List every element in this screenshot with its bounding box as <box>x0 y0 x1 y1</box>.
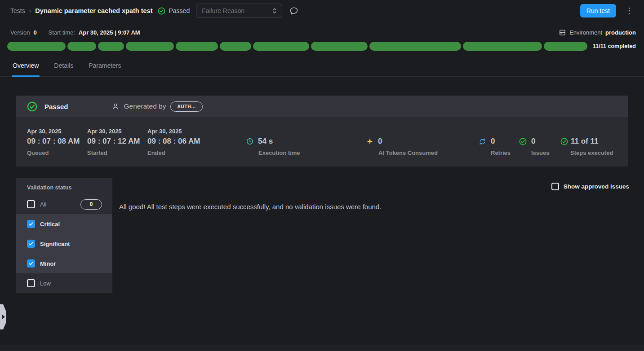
kebab-menu-icon[interactable]: ⋮ <box>622 4 636 18</box>
version-label: Version <box>10 29 30 36</box>
run-test-button[interactable]: Run test <box>580 4 616 18</box>
checkbox-all[interactable] <box>27 200 35 208</box>
meta-row: Version 0 Start time: Apr 30, 2025 | 9:0… <box>10 27 636 37</box>
refresh-icon <box>479 138 486 145</box>
version-value: 0 <box>33 29 36 36</box>
status-badge: Passed <box>158 7 190 15</box>
execution-time-value: 54 s <box>258 137 273 146</box>
checkbox-low[interactable] <box>27 279 35 287</box>
filter-label-low: Low <box>40 280 51 287</box>
progress-row: 11/11 completed <box>7 41 636 51</box>
started-time: 09 : 07 : 12 AM <box>87 137 140 146</box>
queued-label: Queued <box>27 149 80 156</box>
issues-metric: 0 Issues <box>519 137 549 156</box>
validation-status-panel: Validation status All 0 Critical Signifi… <box>16 178 112 293</box>
tab-parameters[interactable]: Parameters <box>88 62 122 77</box>
all-good-message: All good! All test steps were executed s… <box>119 203 381 211</box>
ai-tokens-label: AI Tokens Consumed <box>378 149 438 156</box>
filter-row-low[interactable]: Low <box>16 273 112 293</box>
generated-by-group: Generated by AUTH... <box>111 101 203 112</box>
test-result-page: Tests › Dynamic parameter cached xpath t… <box>0 0 644 351</box>
top-bar: Tests › Dynamic parameter cached xpath t… <box>0 0 644 22</box>
select-updown-icon <box>272 7 277 14</box>
checkbox-show-approved[interactable] <box>551 183 559 190</box>
steps-executed-value: 11 of 11 <box>571 137 598 146</box>
started-time-group: Apr 30, 2025 09 : 07 : 12 AM Started <box>87 128 140 156</box>
issues-label: Issues <box>531 149 549 156</box>
ended-date: Apr 30, 2025 <box>147 128 200 135</box>
page-title: Dynamic parameter cached xpath test <box>35 7 152 14</box>
show-approved-group: Show approved issues <box>551 183 629 190</box>
ai-tokens-value: 0 <box>378 137 382 146</box>
filter-label-minor: Minor <box>40 260 56 267</box>
issues-value: 0 <box>531 137 535 146</box>
environment-label: Environment <box>569 29 602 36</box>
started-label: Started <box>87 149 140 156</box>
bottom-status-strip <box>0 346 644 351</box>
breadcrumb-separator: › <box>29 7 31 14</box>
checkbox-critical[interactable] <box>27 220 35 228</box>
run-summary-stats: Apr 30, 2025 09 : 07 : 08 AM Queued Apr … <box>16 117 628 167</box>
queued-time: 09 : 07 : 08 AM <box>27 137 80 146</box>
progress-segment <box>67 42 96 51</box>
check-circle-icon <box>519 138 527 145</box>
passed-check-icon <box>158 7 165 15</box>
filter-row-all[interactable]: All 0 <box>16 194 112 214</box>
breadcrumb-tests-link[interactable]: Tests <box>10 7 25 14</box>
filter-label-critical: Critical <box>40 221 60 228</box>
tab-details[interactable]: Details <box>53 62 74 77</box>
person-icon <box>111 102 120 110</box>
progress-segment <box>253 42 309 51</box>
filter-row-significant[interactable]: Significant <box>16 234 112 254</box>
tab-overview[interactable]: Overview <box>12 62 40 77</box>
checkbox-minor[interactable] <box>27 259 35 268</box>
generated-by-badge[interactable]: AUTH... <box>170 101 203 112</box>
steps-executed-metric: 11 of 11 Steps executed <box>560 137 613 156</box>
run-summary-header: Passed Generated by AUTH... <box>16 96 628 117</box>
progress-segment <box>544 42 588 51</box>
retries-label: Retries <box>491 149 511 156</box>
progress-bar <box>7 42 587 51</box>
progress-segment <box>369 42 461 51</box>
comment-icon[interactable] <box>289 6 298 15</box>
progress-segment <box>98 42 124 51</box>
clock-icon <box>246 138 253 145</box>
filter-label-significant: Significant <box>40 241 70 247</box>
sparkle-icon <box>366 138 373 145</box>
filter-label-all: All <box>40 201 46 208</box>
steps-executed-label: Steps executed <box>570 149 613 156</box>
filter-row-minor[interactable]: Minor <box>16 254 112 273</box>
environment-value: production <box>605 29 636 36</box>
start-time-label: Start time: <box>49 29 75 36</box>
environment-icon <box>559 29 566 36</box>
filter-row-critical[interactable]: Critical <box>16 214 112 234</box>
ended-label: Ended <box>147 149 200 156</box>
validation-status-title: Validation status <box>16 178 112 194</box>
status-label: Passed <box>169 7 190 14</box>
execution-time-metric: 54 s Execution time <box>246 137 300 156</box>
progress-segment <box>311 42 368 51</box>
progress-segment <box>7 42 66 51</box>
checkbox-significant[interactable] <box>27 240 35 248</box>
environment-group: Environment production <box>559 29 636 36</box>
show-approved-label[interactable]: Show approved issues <box>564 183 629 190</box>
all-count-badge: 0 <box>80 199 102 210</box>
run-summary-card: Passed Generated by AUTH... Apr 30, 2025… <box>16 96 628 167</box>
started-date: Apr 30, 2025 <box>87 128 140 135</box>
ended-time-group: Apr 30, 2025 09 : 08 : 06 AM Ended <box>147 128 200 156</box>
progress-segment <box>463 42 542 51</box>
failure-reason-select[interactable]: Failure Reason <box>196 4 282 18</box>
run-status-label: Passed <box>44 103 68 110</box>
retries-value: 0 <box>491 137 495 146</box>
tab-bar: Overview Details Parameters <box>0 59 644 77</box>
retries-metric: 0 Retries <box>479 137 511 156</box>
queued-date: Apr 30, 2025 <box>27 128 80 135</box>
progress-segment <box>220 42 251 51</box>
start-time-value: Apr 30, 2025 | 9:07 AM <box>79 29 140 36</box>
sidebar-expand-handle[interactable] <box>0 304 6 329</box>
progress-segment <box>126 42 174 51</box>
progress-segment <box>176 42 218 51</box>
ended-time: 09 : 08 : 06 AM <box>147 137 200 146</box>
execution-time-label: Execution time <box>258 149 300 156</box>
chevron-right-icon <box>2 315 5 319</box>
